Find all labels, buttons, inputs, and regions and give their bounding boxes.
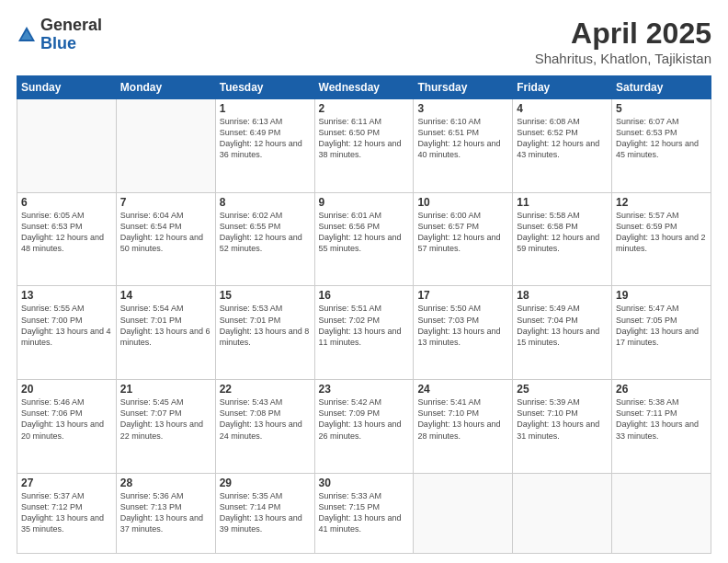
day-number: 3 bbox=[417, 102, 508, 115]
day-number: 24 bbox=[417, 383, 508, 396]
calendar-cell: 9Sunrise: 6:01 AM Sunset: 6:56 PM Daylig… bbox=[314, 192, 414, 286]
calendar-cell: 15Sunrise: 5:53 AM Sunset: 7:01 PM Dayli… bbox=[215, 286, 314, 380]
day-number: 19 bbox=[616, 289, 707, 302]
calendar: SundayMondayTuesdayWednesdayThursdayFrid… bbox=[17, 75, 711, 554]
weekday-header-row: SundayMondayTuesdayWednesdayThursdayFrid… bbox=[17, 76, 711, 99]
day-info: Sunrise: 6:10 AM Sunset: 6:51 PM Dayligh… bbox=[417, 116, 508, 161]
calendar-cell: 8Sunrise: 6:02 AM Sunset: 6:55 PM Daylig… bbox=[215, 192, 314, 286]
logo-text: General Blue bbox=[40, 17, 102, 53]
day-number: 17 bbox=[417, 289, 508, 302]
logo-general: General bbox=[40, 17, 102, 35]
day-number: 21 bbox=[120, 383, 211, 396]
week-row: 6Sunrise: 6:05 AM Sunset: 6:53 PM Daylig… bbox=[17, 192, 711, 286]
day-number: 28 bbox=[120, 477, 211, 489]
calendar-cell: 11Sunrise: 5:58 AM Sunset: 6:58 PM Dayli… bbox=[513, 192, 612, 286]
week-row: 1Sunrise: 6:13 AM Sunset: 6:49 PM Daylig… bbox=[17, 99, 711, 193]
day-info: Sunrise: 6:04 AM Sunset: 6:54 PM Dayligh… bbox=[120, 210, 211, 255]
day-number: 16 bbox=[319, 289, 410, 302]
day-info: Sunrise: 5:45 AM Sunset: 7:07 PM Dayligh… bbox=[120, 396, 211, 442]
day-number: 13 bbox=[21, 289, 112, 302]
day-number: 14 bbox=[120, 289, 211, 302]
day-info: Sunrise: 6:08 AM Sunset: 6:52 PM Dayligh… bbox=[517, 116, 608, 161]
day-info: Sunrise: 5:49 AM Sunset: 7:04 PM Dayligh… bbox=[517, 303, 608, 348]
calendar-cell: 17Sunrise: 5:50 AM Sunset: 7:03 PM Dayli… bbox=[414, 286, 513, 380]
calendar-cell: 5Sunrise: 6:07 AM Sunset: 6:53 PM Daylig… bbox=[612, 99, 711, 193]
calendar-cell: 16Sunrise: 5:51 AM Sunset: 7:02 PM Dayli… bbox=[314, 286, 414, 380]
calendar-cell: 2Sunrise: 6:11 AM Sunset: 6:50 PM Daylig… bbox=[314, 99, 414, 193]
logo-icon bbox=[17, 25, 37, 45]
day-number: 22 bbox=[220, 383, 311, 396]
day-number: 6 bbox=[21, 196, 112, 209]
calendar-cell bbox=[513, 473, 612, 553]
calendar-cell: 22Sunrise: 5:43 AM Sunset: 7:08 PM Dayli… bbox=[215, 380, 314, 474]
day-info: Sunrise: 5:42 AM Sunset: 7:09 PM Dayligh… bbox=[319, 396, 410, 442]
day-number: 11 bbox=[517, 196, 608, 209]
weekday-header: Monday bbox=[116, 76, 215, 99]
day-info: Sunrise: 5:36 AM Sunset: 7:13 PM Dayligh… bbox=[120, 490, 211, 535]
week-row: 27Sunrise: 5:37 AM Sunset: 7:12 PM Dayli… bbox=[17, 473, 711, 553]
day-info: Sunrise: 5:41 AM Sunset: 7:10 PM Dayligh… bbox=[417, 396, 508, 442]
calendar-cell: 27Sunrise: 5:37 AM Sunset: 7:12 PM Dayli… bbox=[17, 473, 117, 553]
calendar-cell: 18Sunrise: 5:49 AM Sunset: 7:04 PM Dayli… bbox=[513, 286, 612, 380]
calendar-cell: 26Sunrise: 5:38 AM Sunset: 7:11 PM Dayli… bbox=[612, 380, 711, 474]
day-info: Sunrise: 6:13 AM Sunset: 6:49 PM Dayligh… bbox=[220, 116, 311, 161]
day-info: Sunrise: 5:57 AM Sunset: 6:59 PM Dayligh… bbox=[616, 210, 707, 255]
day-number: 12 bbox=[616, 196, 707, 209]
day-info: Sunrise: 5:37 AM Sunset: 7:12 PM Dayligh… bbox=[21, 490, 112, 535]
logo: General Blue bbox=[17, 17, 102, 53]
weekday-header: Thursday bbox=[414, 76, 513, 99]
day-info: Sunrise: 5:43 AM Sunset: 7:08 PM Dayligh… bbox=[220, 396, 311, 442]
calendar-cell: 25Sunrise: 5:39 AM Sunset: 7:10 PM Dayli… bbox=[513, 380, 612, 474]
day-info: Sunrise: 5:53 AM Sunset: 7:01 PM Dayligh… bbox=[220, 303, 311, 348]
calendar-cell: 24Sunrise: 5:41 AM Sunset: 7:10 PM Dayli… bbox=[414, 380, 513, 474]
day-number: 8 bbox=[220, 196, 311, 209]
calendar-cell: 28Sunrise: 5:36 AM Sunset: 7:13 PM Dayli… bbox=[116, 473, 215, 553]
week-row: 13Sunrise: 5:55 AM Sunset: 7:00 PM Dayli… bbox=[17, 286, 711, 380]
day-number: 5 bbox=[616, 102, 707, 115]
calendar-cell: 6Sunrise: 6:05 AM Sunset: 6:53 PM Daylig… bbox=[17, 192, 117, 286]
day-number: 15 bbox=[220, 289, 311, 302]
calendar-cell: 30Sunrise: 5:33 AM Sunset: 7:15 PM Dayli… bbox=[314, 473, 414, 553]
logo-blue: Blue bbox=[40, 35, 102, 53]
day-info: Sunrise: 6:05 AM Sunset: 6:53 PM Dayligh… bbox=[21, 210, 112, 255]
day-info: Sunrise: 5:47 AM Sunset: 7:05 PM Dayligh… bbox=[616, 303, 707, 348]
day-number: 9 bbox=[319, 196, 410, 209]
day-info: Sunrise: 5:58 AM Sunset: 6:58 PM Dayligh… bbox=[517, 210, 608, 255]
weekday-header: Friday bbox=[513, 76, 612, 99]
title-block: April 2025 Shahritus, Khatlon, Tajikista… bbox=[535, 17, 711, 66]
day-info: Sunrise: 5:46 AM Sunset: 7:06 PM Dayligh… bbox=[21, 396, 112, 442]
weekday-header: Sunday bbox=[17, 76, 117, 99]
day-info: Sunrise: 6:01 AM Sunset: 6:56 PM Dayligh… bbox=[319, 210, 410, 255]
day-info: Sunrise: 5:50 AM Sunset: 7:03 PM Dayligh… bbox=[417, 303, 508, 348]
day-number: 25 bbox=[517, 383, 608, 396]
calendar-cell: 19Sunrise: 5:47 AM Sunset: 7:05 PM Dayli… bbox=[612, 286, 711, 380]
calendar-cell: 13Sunrise: 5:55 AM Sunset: 7:00 PM Dayli… bbox=[17, 286, 117, 380]
calendar-cell bbox=[612, 473, 711, 553]
calendar-cell: 12Sunrise: 5:57 AM Sunset: 6:59 PM Dayli… bbox=[612, 192, 711, 286]
calendar-cell: 1Sunrise: 6:13 AM Sunset: 6:49 PM Daylig… bbox=[215, 99, 314, 193]
day-number: 27 bbox=[21, 477, 112, 489]
day-number: 7 bbox=[120, 196, 211, 209]
day-info: Sunrise: 6:07 AM Sunset: 6:53 PM Dayligh… bbox=[616, 116, 707, 161]
day-info: Sunrise: 5:35 AM Sunset: 7:14 PM Dayligh… bbox=[220, 490, 311, 535]
page: General Blue April 2025 Shahritus, Khatl… bbox=[0, 0, 728, 563]
header: General Blue April 2025 Shahritus, Khatl… bbox=[17, 17, 711, 66]
calendar-cell: 29Sunrise: 5:35 AM Sunset: 7:14 PM Dayli… bbox=[215, 473, 314, 553]
day-number: 2 bbox=[319, 102, 410, 115]
day-info: Sunrise: 5:39 AM Sunset: 7:10 PM Dayligh… bbox=[517, 396, 608, 442]
weekday-header: Tuesday bbox=[215, 76, 314, 99]
day-number: 26 bbox=[616, 383, 707, 396]
calendar-cell: 3Sunrise: 6:10 AM Sunset: 6:51 PM Daylig… bbox=[414, 99, 513, 193]
calendar-cell: 23Sunrise: 5:42 AM Sunset: 7:09 PM Dayli… bbox=[314, 380, 414, 474]
day-info: Sunrise: 5:33 AM Sunset: 7:15 PM Dayligh… bbox=[319, 490, 410, 535]
day-number: 10 bbox=[417, 196, 508, 209]
day-info: Sunrise: 6:02 AM Sunset: 6:55 PM Dayligh… bbox=[220, 210, 311, 255]
title-location: Shahritus, Khatlon, Tajikistan bbox=[535, 51, 711, 66]
calendar-cell bbox=[17, 99, 117, 193]
day-info: Sunrise: 6:00 AM Sunset: 6:57 PM Dayligh… bbox=[417, 210, 508, 255]
day-info: Sunrise: 5:38 AM Sunset: 7:11 PM Dayligh… bbox=[616, 396, 707, 442]
day-number: 30 bbox=[319, 477, 410, 489]
calendar-cell: 7Sunrise: 6:04 AM Sunset: 6:54 PM Daylig… bbox=[116, 192, 215, 286]
day-info: Sunrise: 6:11 AM Sunset: 6:50 PM Dayligh… bbox=[319, 116, 410, 161]
day-number: 1 bbox=[220, 102, 311, 115]
